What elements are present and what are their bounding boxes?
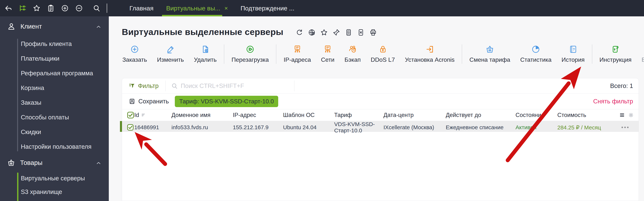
cell-tariff: VDS-KVM-SSD-Старт-10.0: [334, 121, 384, 134]
sidebar-item-label: Корзина: [21, 84, 44, 92]
toolbar-button-label: История: [562, 56, 585, 63]
save-filter-label: Сохранить: [138, 98, 169, 105]
column-header-domain[interactable]: Доменное имя: [172, 112, 233, 118]
plus-circle-icon: [130, 45, 139, 54]
main-content: Виртуальные выделенные серверы Заказать …: [109, 16, 644, 201]
tariff-filter-chip[interactable]: Тариф: VDS-KVM-SSD-Старт-10.0: [175, 96, 278, 107]
toolbar-divider: [462, 44, 462, 64]
sidebar-section-goods[interactable]: Товары: [0, 154, 109, 172]
minus-circle-icon[interactable]: [75, 4, 83, 12]
sidebar-item-label: S3 хранилище: [21, 188, 62, 196]
toolbar-button-ip-addresses[interactable]: IP-адреса: [278, 44, 316, 63]
column-header-ip[interactable]: IP-адрес: [233, 112, 283, 118]
toolbar-button-label: Бэкап: [344, 56, 360, 63]
tab-label: Главная: [130, 5, 154, 12]
tab-confirmation[interactable]: Подтверждение ...: [234, 0, 300, 16]
sidebar-item-label: Заказы: [21, 99, 41, 106]
row-height-menu-icon[interactable]: [619, 112, 625, 118]
sidebar-item-label: Виртуальные серверы: [21, 175, 85, 182]
sidebar-item-payment-methods[interactable]: Способы оплаты: [0, 110, 109, 124]
save-filter-button[interactable]: Сохранить: [122, 98, 171, 105]
sidebar-item-referral-program[interactable]: Реферальная программа: [0, 66, 109, 80]
plus-circle-icon[interactable]: [61, 4, 69, 12]
networks-icon: [323, 45, 332, 54]
row-checkbox[interactable]: [127, 124, 134, 131]
client-person-icon: [7, 22, 16, 31]
column-header-id[interactable]: Id: [134, 112, 172, 118]
funnel-icon: [129, 82, 136, 89]
toolbar-button-label: Инструкция: [600, 56, 632, 63]
search-input[interactable]: [181, 82, 288, 90]
sidebar-item-user-settings[interactable]: Настройки пользователя: [0, 139, 109, 154]
sidebar-section-label: Клиент: [20, 23, 42, 30]
ddos-lock-icon: [378, 45, 387, 54]
column-header-state[interactable]: Состояние: [516, 112, 557, 118]
back-icon[interactable]: [4, 4, 12, 12]
excel-export-icon[interactable]: [357, 29, 365, 36]
column-header-cost[interactable]: Стоимость: [557, 112, 619, 118]
cell-domain: info533.fvds.ru: [172, 124, 233, 130]
sidebar-item-orders[interactable]: Заказы: [0, 95, 109, 110]
sidebar-section-client[interactable]: Клиент: [0, 16, 109, 36]
row-actions-ellipsis-icon[interactable]: [619, 126, 638, 128]
select-all-checkbox[interactable]: [127, 112, 134, 119]
favorite-star-icon[interactable]: [320, 29, 328, 36]
table-row[interactable]: 16486991 info533.fvds.ru 155.212.167.9 U…: [122, 121, 638, 132]
toolbar-button-delete[interactable]: Удалить: [189, 44, 222, 63]
toolbar-button-restart[interactable]: Перезагрузка: [226, 44, 274, 63]
star-icon[interactable]: [33, 4, 40, 12]
total-count: Всего: 1: [610, 82, 638, 90]
sidebar-item-s3-storage[interactable]: S3 хранилище: [0, 185, 109, 198]
column-header-os-template[interactable]: Шаблон ОС: [283, 112, 334, 118]
table-settings-gear-icon[interactable]: [628, 112, 634, 118]
toolbar-button-backup[interactable]: Бэкап: [340, 44, 366, 63]
column-header-valid-until[interactable]: Действует до: [446, 112, 516, 118]
toolbar-button-order[interactable]: Заказать: [117, 44, 152, 63]
toolbar-button-label: Удалить: [194, 56, 217, 63]
sidebar-item-label: Реферальная программа: [21, 70, 93, 77]
print-icon[interactable]: [369, 29, 377, 36]
tab-close-icon[interactable]: ×: [224, 5, 228, 11]
toolbar-button-ddos-l7[interactable]: DDoS L7: [366, 44, 400, 63]
toolbar-button-statistics[interactable]: Статистика: [515, 44, 556, 63]
apps-tree-icon[interactable]: [18, 4, 26, 12]
toolbar-button-acronis-install[interactable]: Установка Acronis: [400, 44, 460, 63]
sidebar-item-discounts[interactable]: Скидки: [0, 124, 109, 139]
tab-virtual-servers[interactable]: Виртуальные вы... ×: [160, 0, 234, 16]
toolbar-button-history[interactable]: История: [556, 44, 590, 63]
pin-icon[interactable]: [332, 29, 340, 36]
toolbar-button-edit[interactable]: Изменить: [152, 44, 189, 63]
sidebar-group-line: [17, 39, 18, 151]
tab-bar: Главная Виртуальные вы... × Подтверждени…: [123, 0, 301, 16]
column-header-datacenter[interactable]: Дата-центр: [384, 112, 446, 118]
sidebar-item-payers[interactable]: Плательщики: [0, 51, 109, 66]
toolbar-button-label: Статистика: [520, 56, 552, 63]
chevron-up-icon[interactable]: [96, 160, 101, 166]
globe-icon[interactable]: [308, 29, 316, 36]
topbar-divider: [107, 4, 107, 13]
sidebar-item-cart[interactable]: Корзина: [0, 80, 109, 95]
refresh-icon[interactable]: [296, 29, 303, 36]
cell-valid-until: Ежедневное списание: [446, 124, 516, 130]
toolbar-button-label: IP-адреса: [284, 56, 311, 63]
clipboard-icon[interactable]: [47, 4, 55, 12]
sidebar-item-client-profile[interactable]: Профиль клиента: [0, 36, 109, 51]
checklist-icon[interactable]: [345, 29, 352, 36]
sort-icon[interactable]: [141, 113, 146, 118]
pencil-icon: [166, 45, 175, 54]
search-icon[interactable]: [92, 4, 100, 12]
toolbar-button-networks[interactable]: Сети: [316, 44, 340, 63]
divider: [294, 80, 294, 91]
delete-document-icon: [201, 45, 210, 54]
column-header-tariff[interactable]: Тариф: [334, 112, 384, 118]
tab-home[interactable]: Главная: [123, 0, 160, 16]
toolbar-button-questions[interactable]: Вопро: [636, 44, 644, 63]
sidebar-client-items: Профиль клиента Плательщики Реферальная …: [0, 36, 109, 154]
sidebar-section-label: Товары: [20, 159, 42, 166]
clear-filter-link[interactable]: Снять фильтр: [593, 98, 638, 105]
sidebar-item-virtual-servers[interactable]: Виртуальные серверы: [0, 172, 109, 185]
toolbar-button-instruction[interactable]: Инструкция: [594, 44, 636, 63]
filter-button[interactable]: Фильтр: [122, 82, 165, 90]
toolbar-button-change-tariff[interactable]: Смена тарифа: [464, 44, 515, 63]
chevron-up-icon[interactable]: [96, 24, 101, 29]
